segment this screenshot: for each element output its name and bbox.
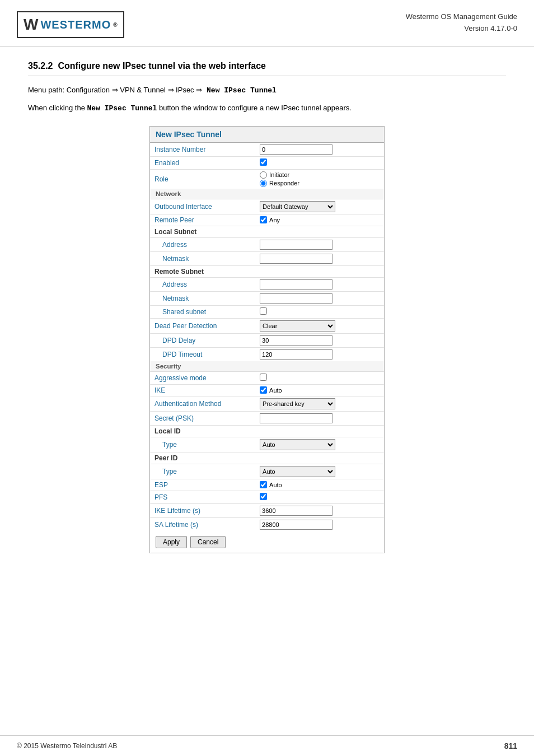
new-ipsec-tunnel-form: New IPsec Tunnel Instance Number Enabled… — [149, 126, 385, 553]
ike-auto-row: Auto — [260, 386, 380, 394]
peer-id-type-label: Type — [150, 464, 255, 479]
security-section-header: Security — [150, 361, 384, 372]
secret-psk-input[interactable] — [260, 413, 332, 423]
pfs-row: PFS — [150, 491, 384, 503]
outbound-interface-select[interactable]: Default Gateway — [260, 201, 335, 212]
role-row: Role Initiator Responder — [150, 169, 384, 189]
security-table: Aggressive mode IKE Auto Authentication … — [150, 372, 384, 531]
shared-subnet-checkbox[interactable] — [260, 307, 267, 315]
role-responder-row: Responder — [260, 180, 380, 187]
local-id-type-label: Type — [150, 437, 255, 452]
local-id-type-row: Type Auto IP FQDN User FQDN — [150, 437, 384, 452]
peer-id-type-select[interactable]: Auto IP FQDN User FQDN — [260, 466, 335, 477]
arrow1: ⇒ — [112, 86, 118, 94]
ike-auto-checkbox[interactable] — [260, 386, 267, 394]
peer-id-label-row: Peer ID — [150, 452, 384, 464]
registered-symbol: ® — [113, 22, 117, 28]
local-address-cell — [255, 237, 384, 251]
role-initiator-radio[interactable] — [260, 171, 267, 179]
aggressive-mode-checkbox[interactable] — [260, 374, 267, 381]
esp-auto-row: Auto — [260, 481, 380, 488]
ike-row: IKE Auto — [150, 384, 384, 396]
esp-label: ESP — [150, 479, 255, 491]
enabled-checkbox[interactable] — [260, 158, 267, 166]
arrow2: ⇒ — [168, 86, 174, 94]
enabled-label: Enabled — [150, 156, 255, 169]
auth-method-row: Authentication Method Pre-shared key Cer… — [150, 396, 384, 411]
local-netmask-cell — [255, 251, 384, 265]
sa-lifetime-input[interactable] — [260, 520, 332, 530]
body-paragraph: When clicking the New IPsec Tunnel butto… — [28, 102, 506, 115]
esp-auto-checkbox[interactable] — [260, 481, 267, 488]
title-line1: Westermo OS Management Guide — [406, 11, 517, 23]
menu-path: Menu path: Configuration ⇒ VPN & Tunnel … — [28, 85, 506, 97]
dead-peer-select[interactable]: Clear Hold Restart — [260, 320, 335, 332]
remote-address-label: Address — [150, 277, 255, 291]
body-code: New IPsec Tunnel — [87, 104, 157, 113]
esp-cell: Auto — [255, 479, 384, 491]
local-address-input[interactable] — [260, 240, 332, 250]
aggressive-mode-label: Aggressive mode — [150, 372, 255, 385]
remote-netmask-row: Netmask — [150, 291, 384, 305]
menu-path-part2: IPsec — [174, 86, 196, 94]
pfs-checkbox[interactable] — [260, 493, 267, 500]
remote-netmask-input[interactable] — [260, 293, 332, 304]
instance-number-input[interactable] — [260, 144, 332, 155]
role-responder-radio[interactable] — [260, 180, 267, 187]
local-netmask-input[interactable] — [260, 254, 332, 264]
main-content: 35.2.2 Configure new IPsec tunnel via th… — [0, 47, 534, 581]
dead-peer-row: Dead Peer Detection Clear Hold Restart — [150, 318, 384, 333]
remote-peer-any-checkbox[interactable] — [260, 216, 267, 223]
sa-lifetime-cell — [255, 517, 384, 531]
peer-id-type-cell: Auto IP FQDN User FQDN — [255, 464, 384, 479]
menu-path-part3: New IPsec Tunnel — [202, 86, 277, 95]
local-id-type-select[interactable]: Auto IP FQDN User FQDN — [260, 439, 335, 450]
peer-id-type-row: Type Auto IP FQDN User FQDN — [150, 464, 384, 479]
secret-psk-label: Secret (PSK) — [150, 411, 255, 425]
form-buttons: Apply Cancel — [150, 531, 384, 553]
dpd-delay-input[interactable] — [260, 335, 332, 346]
section-heading: 35.2.2 Configure new IPsec tunnel via th… — [28, 61, 506, 76]
remote-netmask-cell — [255, 291, 384, 305]
ike-cell: Auto — [255, 384, 384, 396]
dpd-timeout-row: DPD Timeout — [150, 347, 384, 361]
dpd-timeout-input[interactable] — [260, 349, 332, 360]
dead-peer-label: Dead Peer Detection — [150, 318, 255, 333]
outbound-interface-row: Outbound Interface Default Gateway — [150, 199, 384, 214]
dpd-delay-label: DPD Delay — [150, 333, 255, 347]
footer-page: 811 — [504, 741, 517, 750]
pfs-label: PFS — [150, 491, 255, 503]
local-subnet-label: Local Subnet — [150, 226, 255, 237]
basic-fields-table: Instance Number Enabled Role Initiat — [150, 143, 384, 189]
remote-address-row: Address — [150, 277, 384, 291]
network-table: Outbound Interface Default Gateway Remot… — [150, 199, 384, 361]
ike-label: IKE — [150, 384, 255, 396]
enabled-value-cell — [255, 156, 384, 169]
remote-address-input[interactable] — [260, 279, 332, 290]
remote-peer-cell: Any — [255, 214, 384, 226]
role-label: Role — [150, 169, 255, 189]
remote-netmask-label: Netmask — [150, 291, 255, 305]
local-netmask-label: Netmask — [150, 251, 255, 265]
footer: © 2015 Westermo Teleindustri AB 811 — [0, 735, 534, 756]
esp-auto-label: Auto — [269, 482, 282, 488]
remote-peer-any-label: Any — [269, 217, 280, 223]
header: W westermo® Westermo OS Management Guide… — [0, 0, 534, 47]
remote-peer-row: Remote Peer Any — [150, 214, 384, 226]
remote-subnet-label: Remote Subnet — [150, 265, 255, 277]
ike-lifetime-label: IKE Lifetime (s) — [150, 503, 255, 517]
ike-lifetime-input[interactable] — [260, 506, 332, 516]
apply-button[interactable]: Apply — [156, 536, 187, 548]
local-subnet-label-row: Local Subnet — [150, 226, 384, 237]
auth-method-select[interactable]: Pre-shared key Certificate — [260, 398, 335, 409]
esp-row: ESP Auto — [150, 479, 384, 491]
ike-lifetime-row: IKE Lifetime (s) — [150, 503, 384, 517]
cancel-button[interactable]: Cancel — [190, 536, 226, 548]
secret-psk-cell — [255, 411, 384, 425]
role-value-cell: Initiator Responder — [255, 169, 384, 189]
peer-id-label: Peer ID — [150, 452, 255, 464]
header-title: Westermo OS Management Guide Version 4.1… — [406, 11, 517, 35]
local-id-label-row: Local ID — [150, 425, 384, 437]
instance-number-row: Instance Number — [150, 143, 384, 157]
role-initiator-label: Initiator — [269, 171, 289, 178]
